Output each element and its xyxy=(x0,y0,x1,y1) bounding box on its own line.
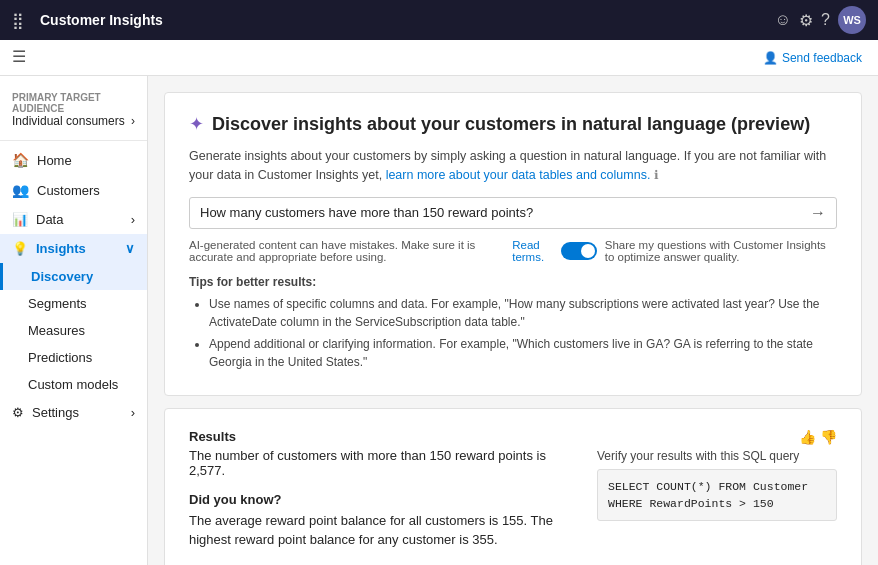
search-arrow-icon[interactable]: → xyxy=(810,204,826,222)
discovery-card: ✦ Discover insights about your customers… xyxy=(164,92,862,396)
data-chevron-icon: › xyxy=(131,212,135,227)
feedback-icons: 👍 👎 xyxy=(597,429,837,445)
learn-link[interactable]: learn more about your data tables and co… xyxy=(386,168,654,182)
results-card: Results The number of customers with mor… xyxy=(164,408,862,566)
app-title: Customer Insights xyxy=(40,12,763,28)
sidebar-item-custom-models[interactable]: Custom models xyxy=(0,371,147,398)
did-you-know-text: The average reward point balance for all… xyxy=(189,511,573,550)
thumbs-up-icon[interactable]: 👍 xyxy=(799,429,816,445)
share-toggle[interactable] xyxy=(561,242,597,260)
thumbs-down-icon[interactable]: 👎 xyxy=(820,429,837,445)
sidebar: Primary target audience Individual consu… xyxy=(0,76,148,565)
sidebar-item-discovery[interactable]: Discovery xyxy=(0,263,147,290)
sidebar-item-segments[interactable]: Segments xyxy=(0,290,147,317)
results-right: 👍 👎 Verify your results with this SQL qu… xyxy=(597,429,837,550)
results-left: Results The number of customers with mor… xyxy=(189,429,573,550)
insights-children: Discovery Segments Measures Predictions … xyxy=(0,263,147,398)
sidebar-target: Primary target audience Individual consu… xyxy=(0,84,147,141)
sub-header: ☰ 👤 Send feedback xyxy=(0,40,878,76)
avatar[interactable]: WS xyxy=(838,6,866,34)
send-feedback-button[interactable]: 👤 Send feedback xyxy=(763,51,862,65)
help-icon[interactable]: ? xyxy=(821,11,830,29)
settings-chevron-icon: › xyxy=(131,405,135,420)
sql-box: SELECT COUNT(*) FROM Customer WHERE Rewa… xyxy=(597,469,837,522)
magic-icon: ✦ xyxy=(189,113,204,135)
results-header: Results xyxy=(189,429,573,444)
did-you-know-title: Did you know? xyxy=(189,492,573,507)
top-nav: ⣿ Customer Insights ☺ ⚙ ? WS xyxy=(0,0,878,40)
insights-chevron-icon: ∨ xyxy=(125,241,135,256)
tips-list: Use names of specific columns and data. … xyxy=(189,295,837,371)
sidebar-item-measures[interactable]: Measures xyxy=(0,317,147,344)
info-icon[interactable]: ℹ xyxy=(654,168,659,182)
sidebar-item-insights[interactable]: 💡 Insights ∨ xyxy=(0,234,147,263)
search-input[interactable] xyxy=(200,205,810,220)
tip-item: Use names of specific columns and data. … xyxy=(209,295,837,331)
smiley-icon[interactable]: ☺ xyxy=(775,11,791,29)
search-row: → xyxy=(189,197,837,229)
sidebar-nav: 🏠 Home 👥 Customers 📊 Data › 💡 Insights xyxy=(0,141,147,431)
main-content: ✦ Discover insights about your customers… xyxy=(148,76,878,565)
sidebar-item-predictions[interactable]: Predictions xyxy=(0,344,147,371)
sidebar-item-data[interactable]: 📊 Data › xyxy=(0,205,147,234)
settings-icon[interactable]: ⚙ xyxy=(799,11,813,30)
waffle-icon[interactable]: ⣿ xyxy=(12,11,24,30)
results-number: The number of customers with more than 1… xyxy=(189,448,573,478)
sidebar-item-home[interactable]: 🏠 Home xyxy=(0,145,147,175)
target-value: Individual consumers › xyxy=(12,114,135,128)
results-row: Results The number of customers with mor… xyxy=(189,429,837,550)
tips-section: Tips for better results: Use names of sp… xyxy=(189,275,837,371)
top-nav-icons: ☺ ⚙ ? WS xyxy=(775,6,866,34)
settings-sidebar-icon: ⚙ xyxy=(12,405,24,420)
tip-item: Append additional or clarifying informat… xyxy=(209,335,837,371)
sidebar-item-settings[interactable]: ⚙ Settings › xyxy=(0,398,147,427)
home-icon: 🏠 xyxy=(12,152,29,168)
page-header: ✦ Discover insights about your customers… xyxy=(189,113,837,135)
chevron-right-icon[interactable]: › xyxy=(131,114,135,128)
read-terms-link[interactable]: Read terms. xyxy=(512,239,553,263)
tips-title: Tips for better results: xyxy=(189,275,837,289)
page-subtitle: Generate insights about your customers b… xyxy=(189,147,837,185)
sidebar-item-customers[interactable]: 👥 Customers xyxy=(0,175,147,205)
target-label: Primary target audience xyxy=(12,92,135,114)
sql-label: Verify your results with this SQL query xyxy=(597,449,837,463)
main-layout: Primary target audience Individual consu… xyxy=(0,76,878,565)
customers-icon: 👥 xyxy=(12,182,29,198)
hamburger-icon[interactable]: ☰ xyxy=(12,47,26,66)
data-icon: 📊 xyxy=(12,212,28,227)
ai-disclaimer: AI-generated content can have mistakes. … xyxy=(189,239,837,263)
insights-icon: 💡 xyxy=(12,241,28,256)
page-title: Discover insights about your customers i… xyxy=(212,114,810,135)
feedback-icon: 👤 xyxy=(763,51,778,65)
